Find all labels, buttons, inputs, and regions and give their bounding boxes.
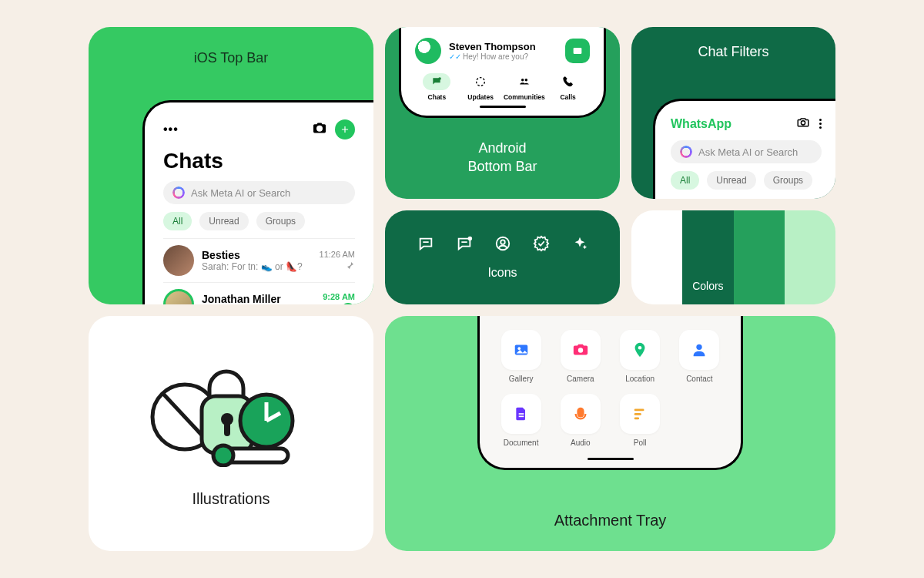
illustrations-card: Illustrations [89, 316, 373, 551]
attachment-contact[interactable]: Contact [675, 330, 724, 383]
card-title: Colors [692, 280, 723, 292]
ios-top-bar-card: iOS Top Bar ••• Chats Ask Meta AI or Sea… [89, 27, 373, 304]
community-icon [511, 73, 538, 90]
search-placeholder: Ask Meta AI or Search [191, 187, 290, 199]
svg-point-2 [477, 78, 485, 86]
avatar-circle-icon [494, 235, 511, 252]
chip-unread[interactable]: Unread [199, 212, 248, 230]
attachment-phone-mock: GalleryCameraLocationContactDocumentAudi… [477, 316, 743, 470]
chip-groups[interactable]: Groups [256, 212, 305, 230]
location-icon [620, 330, 660, 370]
chats-title: Chats [163, 149, 355, 173]
tab-updates[interactable]: Updates [459, 73, 503, 101]
svg-point-4 [524, 79, 527, 82]
svg-rect-26 [518, 413, 524, 415]
attachment-poll[interactable]: Poll [616, 394, 665, 447]
color-swatch [785, 210, 835, 304]
card-title: Icons [487, 266, 517, 280]
tab-communities[interactable]: Communities [503, 73, 547, 101]
pin-icon [346, 260, 355, 271]
chat-name: Besties [202, 249, 312, 261]
chat-filters-card: Chat Filters WhatsApp Ask Meta AI or Sea… [631, 27, 835, 199]
overflow-menu-icon[interactable] [819, 119, 822, 129]
attachment-camera[interactable]: Camera [556, 330, 604, 383]
avatar [415, 38, 441, 64]
card-title: AndroidBottom Bar [385, 139, 620, 176]
svg-point-5 [801, 121, 805, 125]
svg-rect-29 [634, 413, 641, 415]
verified-icon [533, 235, 550, 252]
svg-rect-27 [518, 416, 524, 418]
document-icon [501, 394, 541, 434]
svg-point-10 [500, 240, 505, 244]
card-title: iOS Top Bar [89, 50, 373, 66]
svg-rect-15 [224, 422, 230, 436]
attachment-tray-card: GalleryCameraLocationContactDocumentAudi… [385, 316, 835, 551]
whatsapp-brand: WhatsApp [671, 117, 732, 131]
color-swatch [734, 210, 785, 304]
attachment-location[interactable]: Location [616, 330, 665, 383]
chat-row[interactable]: Jonathan Miller 🎨 Sticker 9:28 AM 4 [163, 282, 355, 304]
svg-point-1 [439, 77, 442, 80]
home-indicator [480, 106, 526, 108]
svg-point-22 [517, 347, 521, 350]
search-input[interactable]: Ask Meta AI or Search [671, 140, 822, 163]
attachment-audio[interactable]: Audio [556, 394, 604, 447]
svg-point-24 [638, 346, 642, 350]
svg-point-3 [521, 79, 524, 82]
updates-icon [467, 73, 494, 90]
tab-chats[interactable]: Chats [415, 73, 459, 101]
chat-name: Steven Thompson [449, 41, 557, 52]
card-title: Chat Filters [631, 44, 835, 60]
chat-filters-phone-mock: WhatsApp Ask Meta AI or Search All Unrea… [653, 99, 835, 199]
color-swatch: Colors [682, 210, 733, 304]
search-input[interactable]: Ask Meta AI or Search [163, 181, 355, 204]
tab-calls[interactable]: Calls [546, 73, 590, 101]
svg-rect-0 [574, 48, 582, 54]
chat-row[interactable]: Steven Thompson ✓✓Hey! How are you? [415, 38, 590, 64]
icons-card: Icons [385, 210, 620, 304]
color-swatch [631, 210, 682, 304]
svg-rect-30 [634, 418, 639, 420]
gallery-icon [501, 330, 541, 370]
chat-time: 9:28 AM [323, 292, 355, 301]
unread-badge: 4 [341, 303, 355, 304]
chat-icon [423, 73, 450, 90]
message-notification-icon [456, 235, 473, 252]
chat-name: Jonathan Miller [202, 293, 315, 304]
attachment-gallery[interactable]: Gallery [497, 330, 545, 383]
attachment-document[interactable]: Document [497, 394, 545, 447]
card-title: Illustrations [192, 490, 270, 508]
svg-point-25 [697, 344, 702, 350]
colors-card: Colors [631, 210, 835, 304]
svg-point-20 [213, 445, 233, 465]
svg-point-23 [578, 348, 583, 352]
chip-unread[interactable]: Unread [707, 171, 755, 190]
more-icon[interactable]: ••• [163, 123, 179, 136]
bottom-tabs: Chats Updates Communities Calls [415, 73, 590, 101]
chat-row[interactable]: Besties Sarah: For tn: 👟 or 👠? 11:26 AM [163, 238, 355, 282]
android-phone-mock: Steven Thompson ✓✓Hey! How are you? Chat… [399, 27, 606, 118]
meta-ai-icon [172, 187, 185, 199]
chat-preview: ✓✓Hey! How are you? [449, 52, 557, 61]
chip-all[interactable]: All [671, 171, 699, 190]
camera-icon[interactable] [312, 122, 327, 137]
card-title: Attachment Tray [554, 512, 667, 529]
illustration-graphic [146, 359, 316, 467]
svg-point-8 [467, 237, 472, 241]
filter-chips: All Unread Groups [163, 212, 355, 230]
poll-icon [620, 394, 660, 434]
chip-all[interactable]: All [163, 212, 192, 230]
svg-rect-28 [634, 409, 644, 412]
compose-button[interactable] [565, 39, 590, 63]
camera-icon[interactable] [796, 116, 810, 131]
new-chat-button[interactable] [335, 119, 355, 139]
attachment-grid: GalleryCameraLocationContactDocumentAudi… [497, 330, 724, 447]
filter-chips: All Unread Groups [671, 171, 822, 190]
android-bottom-bar-card: Steven Thompson ✓✓Hey! How are you? Chat… [385, 27, 620, 199]
chat-preview: Sarah: For tn: 👟 or 👠? [202, 261, 312, 272]
call-icon [554, 73, 582, 90]
search-placeholder: Ask Meta AI or Search [698, 146, 798, 158]
chip-groups[interactable]: Groups [764, 171, 812, 190]
chat-time: 11:26 AM [320, 250, 355, 259]
